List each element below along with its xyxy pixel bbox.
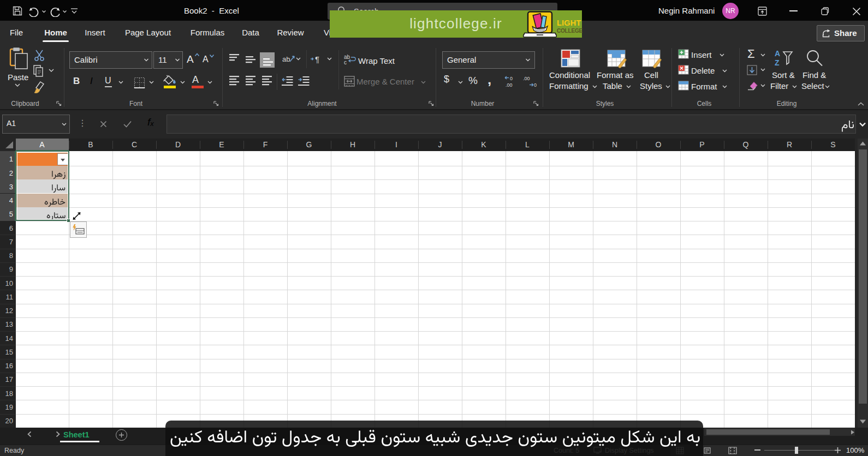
svg-text:0: 0 [534, 82, 537, 88]
svg-text:.00: .00 [506, 82, 513, 88]
svg-text:c: c [344, 59, 347, 65]
svg-text:0: 0 [510, 76, 513, 81]
svg-text:Z: Z [775, 58, 780, 67]
svg-text:A: A [775, 49, 780, 58]
svg-text:.00: .00 [523, 76, 530, 81]
svg-text:¶: ¶ [315, 55, 319, 64]
svg-text:ab: ab [282, 55, 290, 63]
